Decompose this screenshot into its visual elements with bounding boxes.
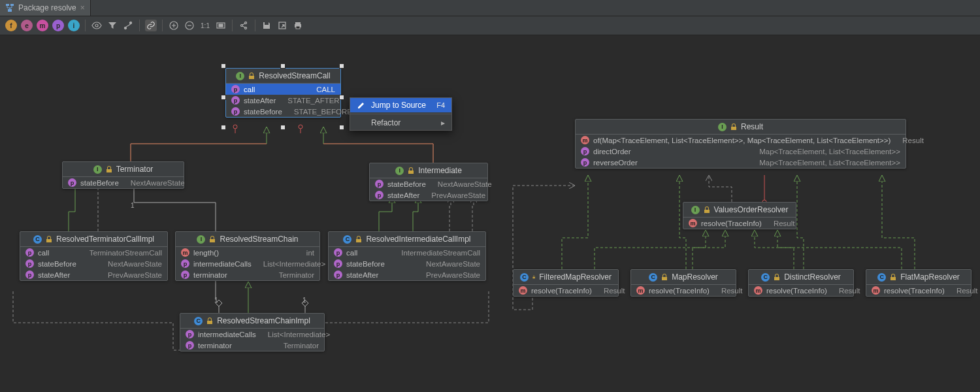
share-icon[interactable]: [238, 20, 250, 31]
method-icon: m: [581, 136, 589, 144]
property-row[interactable]: pstateBeforeSTATE_BEFORE: [226, 106, 340, 117]
method-row[interactable]: mof(Map<TraceElement, List<TraceElement>…: [576, 135, 906, 146]
multiplicity: 1: [214, 297, 218, 304]
link-icon[interactable]: [145, 20, 157, 31]
filter-f-button[interactable]: f: [5, 20, 17, 31]
save-icon[interactable]: [261, 20, 272, 31]
fit-icon[interactable]: 1:1: [199, 20, 211, 31]
tab-bar: Package resolve ×: [0, 0, 980, 16]
property-row[interactable]: pintermediateCallsList<Intermediate>: [180, 329, 324, 340]
method-icon: m: [872, 286, 880, 295]
class-filtered-map-resolver[interactable]: CFilteredMapResolver mresolve(TraceInfo)…: [513, 269, 619, 297]
interface-icon: I: [718, 123, 727, 131]
tab-title: Package resolve: [18, 3, 76, 12]
property-row[interactable]: pstateAfterPrevAwareState: [20, 269, 167, 280]
class-resolved-terminator-impl[interactable]: CResolvedTerminatorCallImpl pcallTermina…: [20, 231, 168, 281]
class-resolved-stream-call[interactable]: IResolvedStreamCall pcallCALL pstateAfte…: [225, 68, 341, 118]
class-result[interactable]: IResult mof(Map<TraceElement, List<Trace…: [575, 119, 906, 169]
property-icon: p: [181, 259, 189, 268]
property-row[interactable]: pcallTerminatorStreamCall: [20, 247, 167, 258]
property-row[interactable]: pstateBeforeNextAwareState: [370, 178, 487, 189]
class-icon: C: [33, 235, 42, 244]
class-map-resolver[interactable]: CMapResolver mresolve(TraceInfo)Result: [630, 269, 736, 297]
class-name: ValuesOrderResolver: [714, 205, 789, 214]
lock-icon: [408, 167, 414, 174]
method-row[interactable]: mresolve(TraceInfo)Result: [749, 285, 853, 296]
property-icon: p: [375, 191, 384, 199]
class-icon: C: [877, 273, 886, 282]
svg-rect-0: [6, 4, 9, 6]
class-distinct-resolver[interactable]: CDistinctResolver mresolve(TraceInfo)Res…: [748, 269, 854, 297]
method-icon: m: [181, 248, 189, 257]
diagram-canvas[interactable]: 1 1 1 IResolvedStreamCall pcallCALL psta…: [0, 35, 980, 392]
property-icon: p: [334, 248, 342, 257]
filter-m-button[interactable]: m: [37, 20, 48, 31]
svg-rect-1: [10, 4, 14, 6]
class-resolved-stream-chain[interactable]: IResolvedStreamChain mlength()int pinter…: [175, 231, 320, 281]
filter-i-button[interactable]: i: [68, 20, 80, 31]
property-row[interactable]: pstateAfterPrevAwareState: [370, 189, 487, 201]
visibility-icon[interactable]: [91, 20, 103, 31]
property-row[interactable]: pcallCALL: [226, 84, 340, 95]
property-icon: p: [25, 270, 34, 279]
lock-icon: [106, 166, 112, 172]
class-name: Intermediate: [418, 166, 462, 175]
property-row[interactable]: pintermediateCallsList<Intermediate>: [176, 258, 319, 269]
class-name: ResolvedIntermediateCallImpl: [366, 235, 470, 244]
property-row[interactable]: pstateBeforeNextAwareState: [329, 258, 485, 269]
filter-p-button[interactable]: p: [52, 20, 64, 31]
property-icon: p: [231, 107, 240, 116]
class-name: FilteredMapResolver: [539, 272, 612, 282]
class-values-order-resolver[interactable]: IValuesOrderResolver mresolve(TraceInfo)…: [683, 202, 796, 229]
fit-content-icon[interactable]: [215, 20, 227, 31]
context-menu[interactable]: Jump to SourceF4 Refactor▸: [350, 97, 452, 131]
filter-e-button[interactable]: e: [21, 20, 33, 31]
close-icon[interactable]: ×: [80, 3, 85, 12]
route-icon[interactable]: [122, 20, 134, 31]
property-row[interactable]: pterminatorTerminator: [180, 340, 324, 351]
menu-refactor[interactable]: Refactor▸: [350, 116, 451, 130]
lock-icon: [730, 123, 737, 130]
class-icon: C: [520, 273, 529, 282]
class-icon: C: [194, 317, 203, 325]
method-row[interactable]: mresolve(TraceInfo)Result: [866, 285, 971, 296]
separator: [85, 20, 86, 31]
property-row[interactable]: pterminatorTerminator: [176, 269, 319, 280]
class-icon: C: [649, 273, 657, 282]
class-intermediate[interactable]: IIntermediate pstateBeforeNextAwareState…: [369, 163, 488, 201]
method-row[interactable]: mlength()int: [176, 247, 319, 258]
chevron-right-icon: ▸: [441, 118, 445, 127]
print-icon[interactable]: [292, 20, 304, 31]
property-icon: p: [186, 341, 194, 350]
class-resolved-stream-chain-impl[interactable]: CResolvedStreamChainImpl pintermediateCa…: [180, 313, 325, 351]
method-row[interactable]: mresolve(TraceInfo)Result: [683, 218, 796, 229]
interface-icon: I: [93, 165, 102, 174]
interface-icon: I: [395, 167, 404, 175]
separator: [232, 20, 233, 31]
edit-icon: [357, 101, 366, 110]
property-row[interactable]: pstateBeforeNextAwareState: [20, 258, 167, 269]
class-flat-map-resolver[interactable]: CFlatMapResolver mresolve(TraceInfo)Resu…: [866, 269, 972, 297]
menu-jump-to-source[interactable]: Jump to SourceF4: [350, 98, 451, 112]
property-row[interactable]: pcallIntermediateStreamCall: [329, 247, 485, 258]
property-row[interactable]: pstateBeforeNextAwareState: [63, 177, 184, 188]
zoom-in-icon[interactable]: [168, 20, 180, 31]
property-row[interactable]: pdirectOrderMap<TraceElement, List<Trace…: [576, 146, 906, 157]
property-icon: p: [581, 158, 589, 167]
method-icon: m: [519, 286, 527, 295]
property-row[interactable]: pstateAfterPrevAwareState: [329, 269, 485, 280]
class-terminator[interactable]: ITerminator pstateBeforeNextAwareState: [62, 161, 184, 189]
method-row[interactable]: mresolve(TraceInfo)Result: [631, 285, 736, 296]
property-row[interactable]: preverseOrderMap<TraceElement, List<Trac…: [576, 157, 906, 168]
filter-icon[interactable]: [106, 20, 118, 31]
class-icon: C: [343, 235, 351, 244]
class-resolved-intermediate-impl[interactable]: CResolvedIntermediateCallImpl pcallInter…: [328, 231, 486, 281]
property-icon: p: [68, 178, 76, 187]
property-row[interactable]: pstateAfterSTATE_AFTER: [226, 95, 340, 106]
zoom-out-icon[interactable]: [184, 20, 195, 31]
method-row[interactable]: mresolve(TraceInfo)Result: [514, 285, 618, 296]
lock-icon: [248, 73, 255, 79]
editor-tab[interactable]: Package resolve ×: [0, 0, 91, 16]
export-icon[interactable]: [276, 20, 288, 31]
property-icon: p: [581, 147, 589, 155]
